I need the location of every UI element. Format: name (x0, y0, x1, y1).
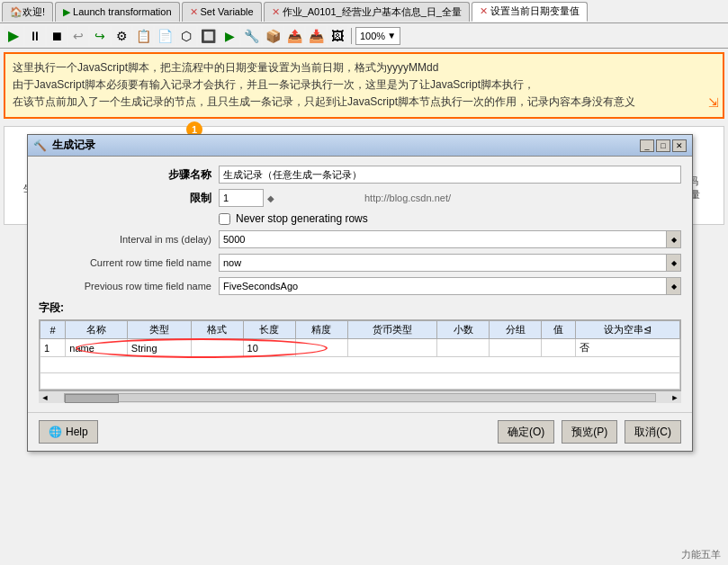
bottom-right-text: 力能五羊 (681, 548, 721, 561)
interval-dropdown-btn[interactable]: ◆ (667, 230, 681, 248)
info-box: 这里执行一个JavaScript脚本，把主流程中的日期变量设置为当前日期，格式为… (4, 52, 724, 119)
cancel-button[interactable]: 取消(C) (625, 420, 681, 444)
interval-row: Interval in ms (delay) ◆ (39, 230, 681, 248)
toolbar-stop-btn[interactable]: ⏹ (47, 26, 67, 46)
cancel-label: 取消(C) (634, 425, 671, 440)
tab-set-variable-label: Set Variable (201, 6, 254, 17)
zoom-value: 100% (360, 31, 385, 41)
preview-button[interactable]: 预览(P) (562, 420, 617, 444)
toolbar-play-btn[interactable]: ▶ (4, 26, 23, 46)
interval-label: Interval in ms (delay) (39, 234, 219, 245)
toolbar-pause-btn[interactable]: ⏸ (25, 26, 45, 46)
toolbar-download-btn[interactable]: 📥 (306, 26, 326, 46)
limit-input[interactable] (219, 189, 264, 207)
prev-row-input-wrapper: ◆ (219, 277, 681, 295)
confirm-button[interactable]: 确定(O) (498, 420, 554, 444)
cell-currency (347, 339, 436, 357)
cell-group (490, 339, 542, 357)
fields-section: 字段: # 名称 类型 格式 长度 精度 货币类型 (39, 300, 681, 403)
interval-input[interactable] (219, 230, 667, 248)
table-hscroll[interactable]: ◄ ► (39, 390, 681, 403)
cell-num: 1 (40, 339, 66, 357)
col-header-length: 长度 (243, 321, 295, 339)
toolbar-pkg-btn[interactable]: 📦 (263, 26, 283, 46)
tab-job-icon: ✕ (272, 6, 280, 18)
step-name-row: 步骤名称 (39, 166, 681, 184)
cell-length: 10 (243, 339, 295, 357)
hscroll-thumb[interactable] (65, 394, 119, 403)
hscroll-track[interactable] (64, 393, 656, 402)
never-stop-row: Never stop generating rows (39, 212, 681, 225)
cell-decimal (437, 339, 490, 357)
dialog-maximize-btn[interactable]: □ (656, 139, 670, 152)
tab-welcome-label: 欢迎! (22, 5, 45, 19)
step-name-input[interactable] (219, 166, 681, 184)
never-stop-checkbox[interactable] (219, 213, 230, 225)
dialog-title-icon: 🔨 (33, 139, 47, 152)
tab-launch[interactable]: ▶ Launch transformation (55, 2, 179, 22)
col-header-empty-str: 设为空串⊴ (575, 321, 679, 339)
dialog-titlebar: 🔨 生成记录 _ □ ✕ (28, 135, 692, 157)
table-row[interactable]: 1 name String 10 否 (40, 339, 680, 357)
info-line1: 这里执行一个JavaScript脚本，把主流程中的日期变量设置为当前日期，格式为… (13, 59, 715, 76)
cell-type: String (127, 339, 191, 357)
limit-label: 限制 (39, 191, 219, 206)
toolbar-undo-btn[interactable]: ↩ (68, 26, 88, 46)
info-line3: 在该节点前加入了一个生成记录的节点，且只生成一条记录，只起到让JavaScrip… (13, 94, 715, 111)
interval-input-wrapper: ◆ (219, 230, 681, 248)
tab-set-variable[interactable]: ✕ Set Variable (182, 2, 262, 22)
toolbar-image-btn[interactable]: 🖼 (328, 26, 347, 46)
hscroll-right-btn[interactable]: ► (669, 393, 681, 402)
tab-welcome-icon: 🏠 (10, 6, 22, 18)
dialog-close-btn[interactable]: ✕ (672, 139, 687, 152)
col-header-decimal: 小数 (437, 321, 490, 339)
tab-welcome[interactable]: 🏠 欢迎! (2, 2, 53, 22)
dialog-body: 步骤名称 限制 ◆ http://blog.csdn.net/ Never st… (28, 157, 692, 412)
dialog-minimize-btn[interactable]: _ (640, 139, 654, 152)
toolbar-settings-btn[interactable]: ⚙ (112, 26, 131, 46)
current-row-time-label: Current row time field name (39, 257, 219, 268)
hscroll-left-btn[interactable]: ◄ (39, 393, 51, 402)
dialog-window-controls: _ □ ✕ (640, 139, 687, 152)
info-line2: 由于JavaScript脚本必须要有输入记录才会执行，并且一条记录执行一次，这里… (13, 76, 715, 94)
confirm-label: 确定(O) (508, 425, 544, 440)
col-header-precision: 精度 (295, 321, 347, 339)
help-icon: 🌐 (49, 426, 62, 438)
main-content: 这里执行一个JavaScript脚本，把主流程中的日期变量设置为当前日期，格式为… (0, 49, 728, 565)
cell-empty-str: 否 (575, 339, 679, 357)
col-header-name: 名称 (66, 321, 127, 339)
toolbar-redo-btn[interactable]: ↪ (90, 26, 110, 46)
help-button[interactable]: 🌐 Help (39, 420, 98, 444)
toolbar-upload-btn[interactable]: 📤 (284, 26, 304, 46)
current-row-input-wrapper: ◆ (219, 254, 681, 272)
toolbar-doc-btn[interactable]: 📄 (155, 26, 175, 46)
step-name-label: 步骤名称 (39, 167, 219, 183)
current-row-time-input[interactable] (219, 254, 667, 272)
toolbar-box-btn[interactable]: 🔲 (198, 26, 218, 46)
prev-row-time-input[interactable] (219, 277, 667, 295)
cell-value (542, 339, 575, 357)
toolbar: ▶ ⏸ ⏹ ↩ ↪ ⚙ 📋 📄 ⬡ 🔲 ▶ 🔧 📦 📤 📥 🖼 100% ▼ (0, 23, 728, 49)
zoom-selector[interactable]: 100% ▼ (355, 27, 400, 45)
fields-section-label: 字段: (39, 300, 681, 316)
help-label: Help (66, 426, 88, 438)
info-box-expand-icon: ⇲ (708, 93, 719, 112)
watermark-text: http://blog.csdn.net/ (364, 193, 451, 203)
limit-row: 限制 ◆ http://blog.csdn.net/ (39, 189, 681, 207)
toolbar-copy-btn[interactable]: 📋 (133, 26, 153, 46)
dialog-title-text: 生成记录 (52, 138, 640, 153)
tab-set-date[interactable]: ✕ 设置当前日期变量值 (472, 2, 588, 22)
toolbar-run-btn[interactable]: ▶ (220, 26, 239, 46)
preview-label: 预览(P) (571, 425, 607, 440)
limit-dropdown-icon[interactable]: ◆ (267, 193, 274, 203)
current-row-dropdown-btn[interactable]: ◆ (667, 254, 681, 272)
zoom-dropdown-icon[interactable]: ▼ (387, 31, 396, 40)
tab-job-a0101[interactable]: ✕ 作业_A0101_经营业户基本信息_日_全量 (264, 2, 470, 22)
fields-table-scroll[interactable]: # 名称 类型 格式 长度 精度 货币类型 小数 分组 值 设为空串⊴ (39, 319, 681, 390)
tab-launch-icon: ▶ (63, 6, 70, 18)
toolbar-hex-btn[interactable]: ⬡ (176, 26, 196, 46)
toolbar-tool-btn[interactable]: 🔧 (241, 26, 261, 46)
prev-row-dropdown-btn[interactable]: ◆ (667, 277, 681, 295)
toolbar-separator (351, 28, 352, 44)
step-name-input-wrapper (219, 166, 681, 184)
